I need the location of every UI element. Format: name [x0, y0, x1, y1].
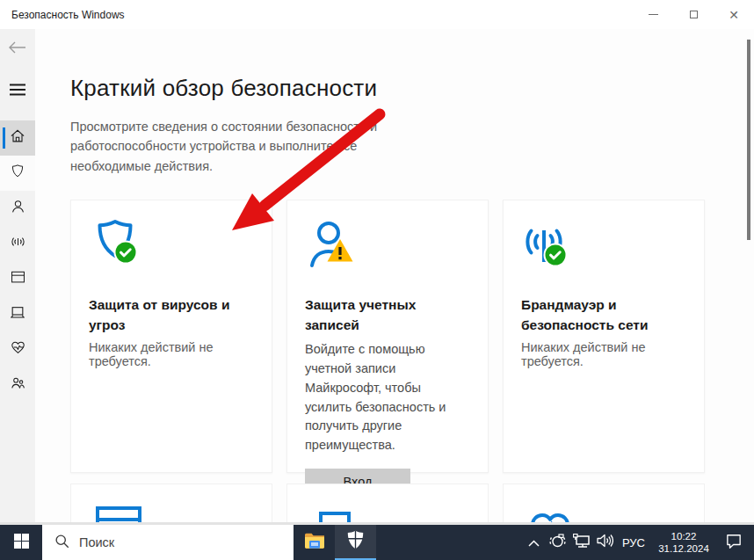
shield-check-icon [89, 218, 254, 283]
taskbar-windows-security-button[interactable] [335, 525, 376, 560]
window-title: Безопасность Windows [0, 9, 125, 21]
card-app-browser-control[interactable] [70, 484, 272, 522]
system-tray: РУС 10:22 31.12.2024 [521, 525, 754, 560]
ethernet-network-icon [573, 534, 591, 552]
back-button[interactable] [0, 36, 35, 62]
card-status: Никаких действий не требуется. [521, 340, 686, 368]
security-cards-row-1: Защита от вирусов и угроз Никаких действ… [70, 200, 754, 473]
action-center-button[interactable] [717, 525, 750, 560]
window-controls: ✕ [633, 0, 754, 29]
language-indicator[interactable]: РУС [617, 525, 650, 560]
tray-show-hidden-icons-button[interactable] [521, 525, 546, 560]
minimize-button[interactable] [633, 0, 673, 29]
app-window-icon [10, 270, 26, 288]
family-icon [10, 375, 26, 394]
camera-meet-now-icon [549, 534, 566, 552]
sidebar-item-firewall-network[interactable] [0, 226, 35, 261]
back-arrow-icon [8, 40, 27, 58]
clock-date: 31.12.2024 [658, 542, 709, 555]
restore-button[interactable] [673, 0, 714, 29]
laptop-icon [9, 305, 26, 324]
sidebar-item-device-security[interactable] [0, 296, 35, 331]
heart-pulse-large-icon [521, 501, 686, 522]
person-warning-icon [305, 218, 470, 283]
card-account-protection[interactable]: Защита учетных записей Войдите с помощью… [286, 200, 489, 473]
tray-volume-button[interactable] [593, 525, 617, 560]
card-title: Защита от вирусов и угроз [89, 295, 254, 335]
windows-start-icon [14, 534, 29, 552]
scrollbar[interactable] [747, 29, 751, 522]
shield-icon [10, 163, 25, 184]
search-input[interactable] [79, 535, 255, 549]
taskbar-file-explorer-button[interactable] [294, 525, 335, 560]
card-status: Никаких действий не требуется. [89, 340, 254, 368]
security-cards-row-2 [70, 484, 754, 522]
sidebar-item-app-browser-control[interactable] [0, 261, 35, 296]
taskbar-search[interactable] [42, 525, 294, 560]
windows-security-shield-icon [346, 530, 365, 553]
hamburger-menu-icon [10, 84, 25, 99]
page-title: Краткий обзор безопасности [70, 75, 754, 102]
heart-pulse-icon [10, 339, 26, 359]
action-center-icon [726, 534, 742, 552]
sidebar-nav [0, 120, 35, 402]
taskbar: РУС 10:22 31.12.2024 [0, 525, 754, 560]
scrollbar-thumb[interactable] [747, 40, 750, 240]
home-icon [9, 127, 26, 149]
network-signal-icon [10, 233, 26, 254]
laptop-check-icon [305, 501, 470, 522]
tray-network-button[interactable] [569, 525, 593, 560]
card-device-health[interactable] [503, 484, 705, 522]
speaker-volume-icon [597, 534, 613, 551]
file-explorer-icon [304, 532, 325, 553]
card-virus-threat-protection[interactable]: Защита от вирусов и угроз Никаких действ… [70, 200, 272, 473]
sidebar-item-family-options[interactable] [0, 367, 35, 402]
network-check-icon [521, 218, 686, 283]
card-description: Войдите с помощью учетной записи Майкрос… [305, 340, 470, 455]
menu-button[interactable] [0, 78, 35, 105]
close-button[interactable]: ✕ [714, 0, 754, 29]
titlebar: Безопасность Windows ✕ [0, 0, 754, 29]
start-button[interactable] [0, 525, 42, 560]
page-description: Просмотрите сведения о состоянии безопас… [70, 117, 418, 176]
main-content: Краткий обзор безопасности Просмотрите с… [35, 29, 754, 522]
windows-security-window: Безопасность Windows ✕ [0, 0, 754, 560]
app-window-warning-icon [89, 501, 254, 522]
card-firewall-network[interactable]: Брандмауэр и безопасность сети Никаких д… [503, 200, 705, 473]
close-icon: ✕ [729, 9, 739, 21]
restore-icon [690, 11, 698, 18]
card-device-security[interactable] [286, 484, 489, 522]
sidebar-item-home[interactable] [0, 120, 35, 156]
chevron-up-icon [528, 535, 540, 550]
clock-time: 10:22 [671, 530, 697, 542]
taskbar-clock[interactable]: 10:22 31.12.2024 [650, 525, 717, 560]
sidebar [0, 29, 35, 525]
search-icon [54, 534, 69, 552]
sidebar-item-device-health[interactable] [0, 331, 35, 367]
card-title: Брандмауэр и безопасность сети [521, 295, 666, 335]
sidebar-item-virus-threat-protection[interactable] [0, 156, 35, 191]
minimize-icon [649, 14, 658, 15]
sidebar-item-account-protection[interactable] [0, 191, 35, 226]
person-icon [10, 198, 26, 219]
card-title: Защита учетных записей [305, 295, 470, 335]
tray-meet-now-button[interactable] [546, 525, 569, 560]
